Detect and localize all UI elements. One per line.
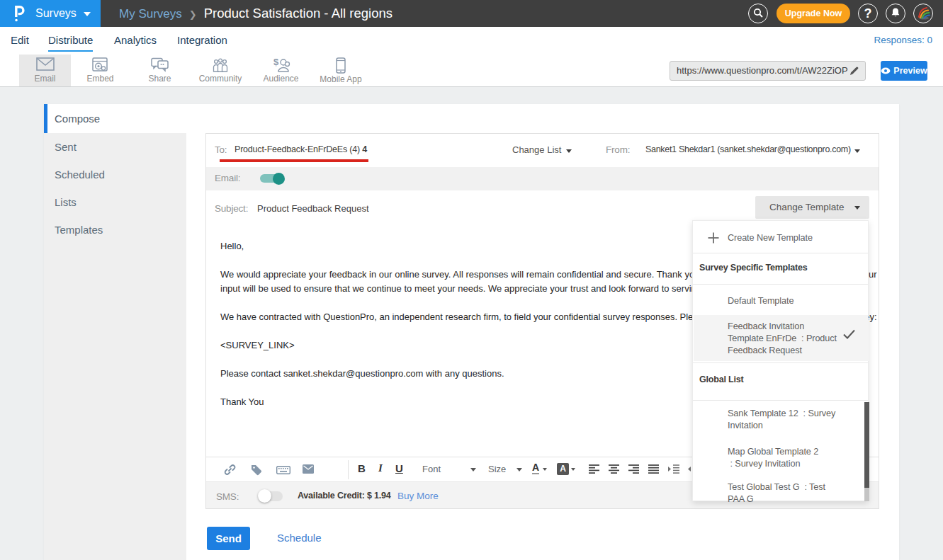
svg-text:$: $ bbox=[273, 57, 279, 67]
